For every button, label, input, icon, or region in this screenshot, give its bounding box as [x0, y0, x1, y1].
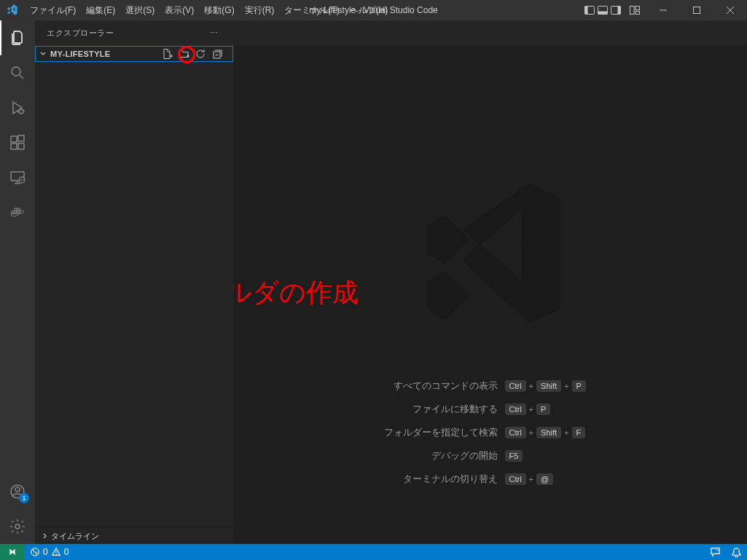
annotation-text: 新しいフォルダの作成 — [233, 275, 359, 311]
svg-rect-18 — [11, 136, 17, 142]
error-count: 0 — [43, 547, 48, 557]
chevron-down-icon — [39, 50, 47, 58]
svg-point-33 — [15, 487, 20, 492]
refresh-icon[interactable] — [192, 46, 208, 62]
new-file-icon[interactable] — [159, 46, 175, 62]
titlebar-right — [578, 0, 747, 20]
new-folder-icon[interactable] — [176, 46, 192, 62]
shortcut-row: すべてのコマンドの表示 Ctrl+ Shift+ P — [294, 379, 687, 393]
key: Ctrl — [505, 473, 526, 485]
key: F — [572, 427, 586, 438]
vscode-watermark-icon — [403, 166, 578, 341]
activity-extensions[interactable] — [0, 125, 35, 160]
svg-point-34 — [15, 524, 20, 529]
shortcut-keys: Ctrl+ P — [505, 403, 551, 415]
activity-docker[interactable] — [0, 195, 35, 230]
shortcut-keys: Ctrl+ Shift+ F — [505, 427, 586, 438]
timeline-label: タイムライン — [51, 531, 99, 542]
window-close-button[interactable] — [713, 0, 747, 20]
shortcut-keys: Ctrl+ Shift+ P — [505, 380, 586, 392]
svg-rect-21 — [18, 135, 24, 141]
feedback-icon[interactable] — [705, 544, 726, 560]
editor-tabs — [233, 20, 747, 46]
editor-body: 新しいフォルダの作成 すべてのコマンドの表示 Ctrl+ Shift+ P ファ… — [233, 46, 747, 544]
activity-accounts[interactable]: 1 — [0, 474, 35, 509]
shortcut-label: ターミナルの切り替え — [294, 473, 498, 486]
window-title: my-Lifestyle - Visual Studio Code — [309, 5, 438, 15]
svg-point-13 — [12, 67, 20, 76]
toggle-secondary-sidebar-icon[interactable] — [610, 4, 622, 16]
folder-actions — [159, 46, 230, 62]
activity-search[interactable] — [0, 55, 35, 90]
svg-rect-10 — [694, 7, 700, 14]
activity-run-debug[interactable] — [0, 90, 35, 125]
shortcut-row: ファイルに移動する Ctrl+ P — [294, 403, 687, 416]
sidebar-more-icon[interactable]: ⋯ — [207, 28, 222, 38]
toggle-primary-sidebar-icon[interactable] — [584, 4, 595, 16]
svg-rect-19 — [11, 143, 17, 149]
warning-count: 0 — [64, 547, 69, 557]
svg-rect-3 — [598, 12, 608, 15]
key: P — [536, 403, 550, 415]
vscode-window: ファイル(F) 編集(E) 選択(S) 表示(V) 移動(G) 実行(R) ター… — [0, 0, 747, 560]
activity-remote-explorer[interactable] — [0, 160, 35, 195]
menu-go[interactable]: 移動(G) — [199, 0, 239, 20]
key: Ctrl — [505, 380, 526, 392]
shortcut-row: フォルダーを指定して検索 Ctrl+ Shift+ F — [294, 426, 687, 439]
key: F5 — [505, 450, 523, 462]
collapse-all-icon[interactable] — [209, 46, 225, 62]
svg-rect-20 — [18, 143, 24, 149]
layout-controls — [578, 4, 646, 16]
folder-header[interactable]: MY-LIFESTYLE — [35, 46, 233, 62]
svg-line-14 — [20, 75, 23, 79]
activity-settings[interactable] — [0, 509, 35, 544]
key: @ — [536, 473, 553, 485]
customize-layout-icon[interactable] — [629, 4, 641, 16]
menu-selection[interactable]: 選択(S) — [120, 0, 160, 20]
shortcut-label: すべてのコマンドの表示 — [294, 379, 498, 393]
timeline-section[interactable]: タイムライン — [35, 528, 233, 544]
key: Shift — [536, 380, 561, 392]
remote-indicator[interactable] — [0, 544, 25, 560]
menu-run[interactable]: 実行(R) — [240, 0, 280, 20]
activity-bar: 1 — [0, 20, 35, 544]
sidebar-title: エクスプローラー — [47, 28, 207, 39]
shortcut-label: ファイルに移動する — [294, 403, 498, 416]
workbench-body: 1 エクスプローラー ⋯ MY-LIFESTYLE — [0, 20, 747, 544]
window-minimize-button[interactable] — [646, 0, 680, 20]
menu-view[interactable]: 表示(V) — [160, 0, 199, 20]
svg-point-46 — [716, 547, 719, 550]
toggle-panel-icon[interactable] — [597, 4, 609, 16]
svg-rect-8 — [635, 12, 640, 15]
svg-line-43 — [33, 550, 38, 555]
vscode-logo-icon — [0, 4, 25, 16]
shortcut-label: フォルダーを指定して検索 — [294, 426, 498, 439]
key: Ctrl — [505, 427, 526, 438]
svg-point-15 — [19, 109, 23, 114]
svg-rect-7 — [635, 7, 640, 10]
shortcut-row: デバッグの開始 F5 — [294, 449, 687, 462]
annotation-arrow — [233, 33, 240, 267]
notifications-icon[interactable] — [726, 544, 747, 560]
key: P — [572, 380, 586, 392]
problems-indicator[interactable]: 0 0 — [25, 544, 74, 560]
folder-name: MY-LIFESTYLE — [49, 50, 159, 58]
activity-explorer[interactable] — [0, 20, 35, 55]
key: Ctrl — [505, 403, 526, 415]
shortcut-row: ターミナルの切り替え Ctrl+ @ — [294, 473, 687, 486]
svg-rect-31 — [17, 208, 20, 210]
title-bar: ファイル(F) 編集(E) 選択(S) 表示(V) 移動(G) 実行(R) ター… — [0, 0, 747, 20]
sidebar-footer: タイムライン — [35, 527, 233, 544]
svg-point-45 — [55, 554, 56, 555]
menu-edit[interactable]: 編集(E) — [81, 0, 120, 20]
shortcut-keys: Ctrl+ @ — [505, 473, 554, 485]
status-bar: 0 0 — [0, 544, 747, 560]
menu-file[interactable]: ファイル(F) — [25, 0, 81, 20]
key: Shift — [536, 427, 561, 438]
file-tree[interactable] — [35, 62, 233, 527]
window-maximize-button[interactable] — [680, 0, 713, 20]
shortcut-keys: F5 — [505, 450, 523, 462]
editor-area: 新しいフォルダの作成 すべてのコマンドの表示 Ctrl+ Shift+ P ファ… — [233, 20, 747, 544]
sidebar-header: エクスプローラー ⋯ — [35, 20, 233, 46]
welcome-shortcuts: すべてのコマンドの表示 Ctrl+ Shift+ P ファイルに移動する Ctr… — [233, 379, 747, 486]
